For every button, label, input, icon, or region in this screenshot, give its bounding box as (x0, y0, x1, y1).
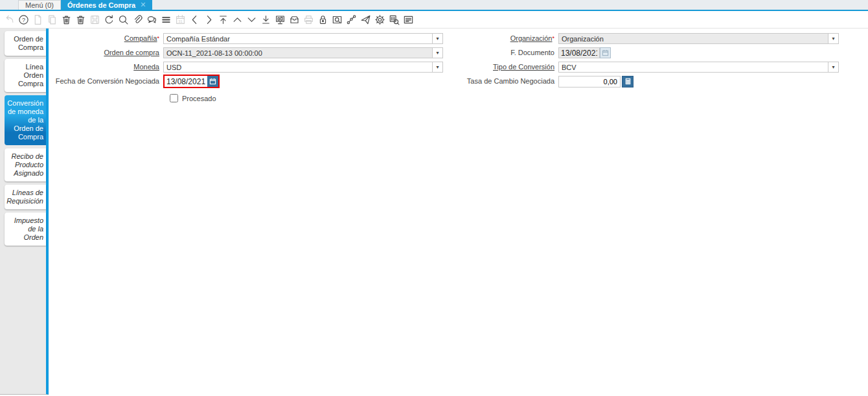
new-record-icon (30, 12, 45, 27)
archive-icon[interactable] (287, 12, 301, 27)
content-area: Orden de CompraLínea Orden CompraConvers… (0, 29, 868, 395)
tipo-de-conversion-combobox[interactable]: ▾ (558, 62, 839, 73)
tab-ordenes-de-compra[interactable]: Órdenes de Compra ✕ (61, 0, 152, 10)
highlight-box-fecha-conversion (163, 75, 220, 88)
sidebar-tab-impuesto-de-la-orden[interactable]: Impuesto de la Orden (5, 213, 46, 246)
f-documento-datefield (558, 47, 611, 58)
moneda-label: Moneda (49, 62, 163, 73)
undo-icon (2, 12, 16, 27)
grid-toggle-icon[interactable] (159, 12, 173, 27)
tab-menu[interactable]: Menú (0) (18, 0, 61, 10)
save-icon (87, 12, 102, 27)
orden-de-compra-input[interactable] (164, 48, 432, 58)
first-record-icon[interactable] (216, 12, 230, 27)
form-grid: Compañía* ▾ Organización* ▾ Orden de com… (49, 32, 868, 103)
parent-record-icon[interactable] (230, 12, 244, 27)
required-marker: * (157, 35, 159, 41)
close-tab-icon[interactable]: ✕ (140, 1, 146, 9)
organizacion-input[interactable] (559, 34, 828, 43)
sidebar-tab-recibo-de-producto-asignado[interactable]: Recibo de Producto Asignado (5, 148, 46, 181)
tipo-de-conversion-label: Tipo de Conversión (443, 62, 558, 73)
sidebar-tab-lineas-de-requisicion[interactable]: Líneas de Requisición (5, 185, 46, 209)
refresh-icon[interactable] (102, 12, 116, 27)
tab-menu-label: Menú (0) (25, 1, 54, 9)
sidebar-tab-linea-orden-compra[interactable]: Línea Orden Compra (5, 59, 46, 92)
workflow-icon[interactable] (344, 12, 358, 27)
sidebar: Orden de CompraLínea Orden CompraConvers… (0, 29, 49, 395)
preferences-icon[interactable] (372, 12, 387, 27)
chevron-down-icon[interactable]: ▾ (432, 48, 442, 58)
f-documento-label: F. Documento (443, 47, 558, 58)
chevron-down-icon[interactable]: ▾ (828, 62, 838, 72)
tab-ordenes-de-compra-label: Órdenes de Compra (67, 1, 135, 9)
fecha-conversion-negociada-label: Fecha de Conversión Negociada (49, 76, 163, 87)
calendar-icon (600, 47, 611, 58)
sidebar-tab-orden-de-compra[interactable]: Orden de Compra (5, 31, 46, 56)
report-icon[interactable] (273, 12, 287, 27)
fecha-conversion-negociada-input[interactable] (165, 76, 207, 87)
f-documento-input[interactable] (558, 47, 600, 58)
zoom-across-icon[interactable] (330, 12, 344, 27)
chevron-down-icon[interactable]: ▾ (828, 34, 838, 43)
orden-de-compra-label: Orden de compra (49, 47, 163, 58)
toolbar: ?31 (0, 11, 868, 29)
window-tab-bar: Menú (0) Órdenes de Compra ✕ (0, 0, 868, 11)
delete-record-icon[interactable] (59, 12, 73, 27)
product-info-icon[interactable] (387, 12, 401, 27)
procesado-label: Procesado (182, 95, 216, 102)
print-icon (301, 12, 315, 27)
moneda-input[interactable] (164, 62, 432, 72)
organizacion-label: Organización* (443, 33, 558, 44)
svg-text:?: ? (21, 16, 25, 23)
required-marker: * (552, 35, 554, 41)
chevron-down-icon[interactable]: ▾ (432, 34, 442, 43)
help-icon[interactable]: ? (16, 12, 30, 27)
compania-input[interactable] (164, 34, 432, 43)
detail-record-icon[interactable] (244, 12, 258, 27)
quick-form-icon[interactable] (401, 12, 415, 27)
tasa-cambio-negociada-input[interactable] (558, 76, 621, 87)
svg-text:31: 31 (178, 19, 182, 23)
next-record-icon[interactable] (201, 12, 216, 27)
copy-record-icon (45, 12, 59, 27)
form-panel: Compañía* ▾ Organización* ▾ Orden de com… (49, 29, 868, 395)
last-record-icon[interactable] (258, 12, 273, 27)
procesado-checkbox[interactable] (170, 94, 178, 102)
previous-record-icon[interactable] (187, 12, 201, 27)
tipo-de-conversion-input[interactable] (559, 62, 828, 72)
moneda-combobox[interactable]: ▾ (163, 62, 443, 73)
requests-icon[interactable] (358, 12, 372, 27)
find-icon[interactable] (116, 12, 130, 27)
procesado-row: Procesado (170, 93, 443, 103)
lock-icon[interactable] (315, 12, 330, 27)
calendar-icon: 31 (173, 12, 187, 27)
organizacion-combobox[interactable]: ▾ (558, 33, 839, 44)
calculator-icon[interactable] (622, 76, 634, 87)
sidebar-tab-conversion-de-moneda[interactable]: Conversión de moneda de la Orden de Comp… (5, 95, 46, 145)
compania-label: Compañía* (49, 33, 163, 44)
orden-de-compra-combobox[interactable]: ▾ (163, 47, 443, 58)
fecha-conversion-negociada-datefield (165, 76, 218, 87)
compania-combobox[interactable]: ▾ (163, 33, 443, 44)
chevron-down-icon[interactable]: ▾ (432, 62, 442, 72)
tasa-cambio-negociada-numfield (558, 76, 634, 87)
calendar-icon[interactable] (207, 76, 218, 87)
tasa-cambio-negociada-label: Tasa de Cambio Negociada (443, 76, 558, 87)
chat-icon[interactable] (144, 12, 159, 27)
attachment-icon[interactable] (130, 12, 144, 27)
delete-selection-icon[interactable] (73, 12, 87, 27)
